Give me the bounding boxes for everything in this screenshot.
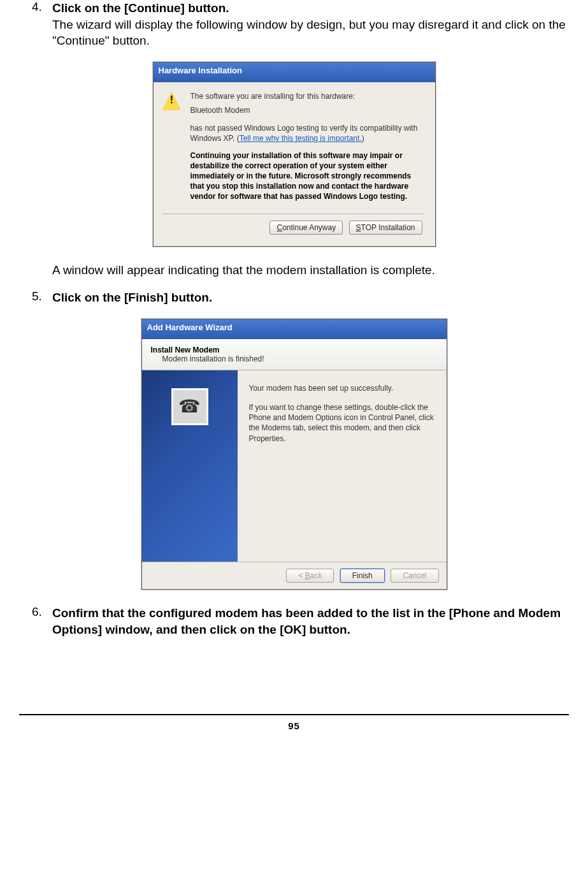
dlg1-line1: The software you are installing for this… [190,91,425,101]
step-number: 6. [32,605,52,637]
wizard-header: Install New Modem Modem installation is … [142,339,447,370]
step-4: 4. Click on the [Continue] button. The w… [32,0,569,49]
step-number: 4. [32,0,52,49]
dlg1-device-name: Bluetooth Modem [190,105,425,115]
step-number: 5. [32,289,52,306]
dialog-title-bar: Hardware Installation [154,62,435,82]
step-5-title: Click on the [Finish] button. [52,291,212,304]
wizard-header-title: Install New Modem [151,346,439,354]
step-4-after-text: A window will appear indicating that the… [52,262,569,279]
step-6: 6. Confirm that the configured modem has… [32,605,569,637]
wizard-success-text: Your modem has been set up successfully. [249,383,435,393]
add-hardware-wizard-dialog: Add Hardware Wizard Install New Modem Mo… [141,319,447,590]
step-4-title: Click on the [Continue] button. [52,1,229,15]
step-6-title: Confirm that the configured modem has be… [52,606,561,636]
step-4-body: The wizard will display the following wi… [52,18,566,48]
hardware-installation-dialog: Hardware Installation The software you a… [153,62,436,247]
modem-phone-icon: ☎ [171,388,208,425]
wizard-header-subtitle: Modem installation is finished! [162,354,439,363]
finish-button[interactable]: Finish [340,569,385,583]
tell-me-why-link[interactable]: Tell me why this testing is important. [240,134,362,143]
dlg1-warning-text: Continuing your installation of this sof… [190,150,425,202]
continue-anyway-button[interactable]: Continue Anyway [269,221,343,235]
step-5: 5. Click on the [Finish] button. [32,289,569,306]
wizard-sidebar: ☎ [142,370,238,562]
stop-installation-button[interactable]: STOP Installation [349,221,422,235]
warning-icon [162,91,182,110]
dlg1-compat-text: has not passed Windows Logo testing to v… [190,123,425,143]
dialog-separator [162,214,425,214]
back-button: < Back [286,569,334,583]
page-number: 95 [19,720,569,731]
page-footer-rule [19,714,569,715]
cancel-button: Cancel [391,569,438,583]
dialog-title-bar: Add Hardware Wizard [142,319,447,339]
wizard-instructions-text: If you want to change these settings, do… [249,402,435,444]
